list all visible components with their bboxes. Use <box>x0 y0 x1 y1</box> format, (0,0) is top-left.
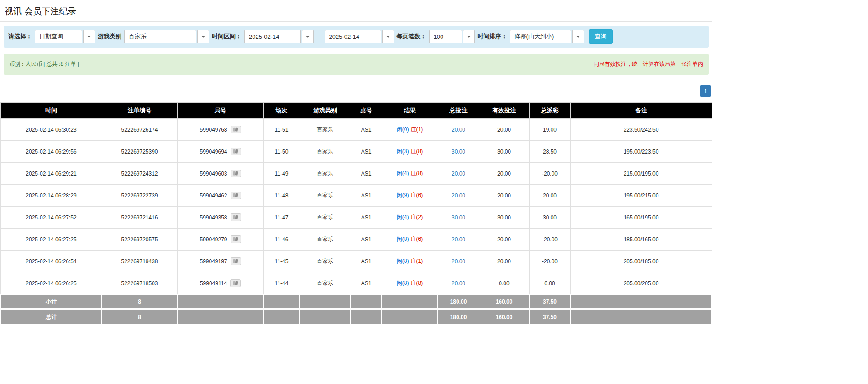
cell-table-no: AS1 <box>351 251 382 272</box>
chevron-down-icon[interactable] <box>302 30 314 43</box>
search-button[interactable]: 查询 <box>589 29 613 44</box>
cell-result: 闲(8)庄(1) <box>382 251 438 272</box>
page-size-select[interactable]: 100 <box>429 30 475 43</box>
round-id-text: 599049197 <box>200 258 227 265</box>
cell-table-no: AS1 <box>351 185 382 207</box>
result-banker: 庄(1) <box>411 258 423 264</box>
cell-table-no: AS1 <box>351 207 382 229</box>
subtotal-empty <box>351 294 382 309</box>
title-divider <box>0 21 712 22</box>
round-video-icon[interactable] <box>231 126 241 133</box>
caret-glyph <box>467 36 471 38</box>
total-bet-link[interactable]: 20.00 <box>452 258 465 265</box>
cell-round-id: 599049603 <box>177 163 263 185</box>
cell-table-no: AS1 <box>351 163 382 185</box>
col-header-bet-id: 注单编号 <box>102 103 177 119</box>
sort-value: 降幂(由大到小) <box>510 30 571 43</box>
cell-session: 11-49 <box>263 163 300 185</box>
cell-table-no: AS1 <box>351 272 382 295</box>
range-separator: ~ <box>316 33 322 40</box>
total-bet-link[interactable]: 20.00 <box>452 280 465 287</box>
round-id-text: 599049114 <box>200 280 227 287</box>
col-header-game-type: 游戏类别 <box>300 103 351 119</box>
result-player: 闲(8) <box>397 258 409 264</box>
total-bet-link[interactable]: 30.00 <box>452 214 465 221</box>
cell-bet-id: 522269725390 <box>102 141 177 163</box>
grand-total-valid-bet: 160.00 <box>479 309 529 325</box>
total-bet-link[interactable]: 20.00 <box>452 236 465 243</box>
cell-remark: 195.00/215.00 <box>570 185 712 207</box>
cell-round-id: 599049114 <box>177 272 263 295</box>
query-type-label: 请选择： <box>8 32 32 41</box>
subtotal-empty <box>570 294 712 309</box>
grand-total-row: 总计 8 180.00 160.00 37.50 <box>0 309 712 325</box>
game-type-select[interactable]: 百家乐 <box>124 30 209 43</box>
caret-glyph <box>201 36 205 38</box>
round-video-icon[interactable] <box>231 257 241 265</box>
table-row: 2025-02-14 06:26:25 522269718503 5990491… <box>0 272 712 295</box>
cell-total-bet: 30.00 <box>438 141 479 163</box>
col-header-result: 结果 <box>382 103 438 119</box>
round-id-text: 599049694 <box>200 149 227 155</box>
page-title: 视讯 会员下注纪录 <box>0 0 712 21</box>
cell-remark: 205.00/185.00 <box>570 251 712 272</box>
chevron-down-icon[interactable] <box>463 30 475 43</box>
cell-remark: 205.00/205.00 <box>570 272 712 295</box>
total-bet-link[interactable]: 20.00 <box>452 171 465 177</box>
cell-session: 11-50 <box>263 141 300 163</box>
cell-payout: 30.00 <box>529 207 570 229</box>
subtotal-row: 小计 8 180.00 160.00 37.50 <box>0 294 712 309</box>
col-header-valid-bet: 有效投注 <box>479 103 529 119</box>
cell-valid-bet: 20.00 <box>479 251 529 272</box>
page: 视讯 会员下注纪录 请选择： 日期查询 游戏类别 百家乐 时间区间： 2025-… <box>0 0 712 384</box>
total-bet-link[interactable]: 20.00 <box>452 192 465 199</box>
round-video-icon[interactable] <box>231 192 241 199</box>
page-1-button[interactable]: 1 <box>700 85 711 97</box>
grand-total-empty <box>300 309 351 325</box>
chevron-down-icon[interactable] <box>197 30 209 43</box>
date-from-value: 2025-02-14 <box>244 30 301 43</box>
total-bet-link[interactable]: 20.00 <box>452 127 465 133</box>
table-row: 2025-02-14 06:28:29 522269722739 5990494… <box>0 185 712 207</box>
date-from-picker[interactable]: 2025-02-14 <box>244 30 314 43</box>
round-id-text: 599049358 <box>200 214 227 221</box>
round-id-text: 599049462 <box>200 192 227 199</box>
round-video-icon[interactable] <box>230 279 241 287</box>
currency-summary: 币别：人民币 | 总共 :8 注单 | <box>9 60 79 68</box>
date-to-picker[interactable]: 2025-02-14 <box>325 30 394 43</box>
col-header-total-bet: 总投注 <box>438 103 479 119</box>
cell-time: 2025-02-14 06:30:23 <box>0 119 102 141</box>
game-type-value: 百家乐 <box>124 30 196 43</box>
total-bet-link[interactable]: 30.00 <box>452 149 465 155</box>
pagination-top: 1 <box>0 85 712 97</box>
round-video-icon[interactable] <box>231 235 241 243</box>
cell-total-bet: 30.00 <box>438 207 479 229</box>
cell-remark: 165.00/195.00 <box>570 207 712 229</box>
round-video-icon[interactable] <box>231 170 241 177</box>
cell-time: 2025-02-14 06:26:25 <box>0 272 102 295</box>
cell-result: 闲(8)庄(8) <box>382 272 438 295</box>
cell-bet-id: 522269718503 <box>102 272 177 295</box>
subtotal-empty <box>300 294 351 309</box>
cell-result: 闲(4)庄(2) <box>382 207 438 229</box>
cell-bet-id: 522269720575 <box>102 229 177 251</box>
sort-select[interactable]: 降幂(由大到小) <box>510 30 584 43</box>
cell-session: 11-47 <box>263 207 300 229</box>
round-video-icon[interactable] <box>231 148 241 155</box>
cell-result: 闲(4)庄(8) <box>382 163 438 185</box>
round-video-icon[interactable] <box>231 213 241 221</box>
chevron-down-icon[interactable] <box>83 30 95 43</box>
cell-time: 2025-02-14 06:27:25 <box>0 229 102 251</box>
cell-game-type: 百家乐 <box>300 185 351 207</box>
chevron-down-icon[interactable] <box>382 30 394 43</box>
result-banker: 庄(6) <box>411 236 423 242</box>
cell-round-id: 599049279 <box>177 229 263 251</box>
caret-glyph <box>87 36 91 38</box>
cell-remark: 195.00/223.50 <box>570 141 712 163</box>
cell-session: 11-44 <box>263 272 300 295</box>
cell-bet-id: 522269721416 <box>102 207 177 229</box>
query-type-value: 日期查询 <box>35 30 82 43</box>
chevron-down-icon[interactable] <box>572 30 584 43</box>
query-type-select[interactable]: 日期查询 <box>35 30 95 43</box>
page-size-label: 每页笔数： <box>397 32 426 41</box>
